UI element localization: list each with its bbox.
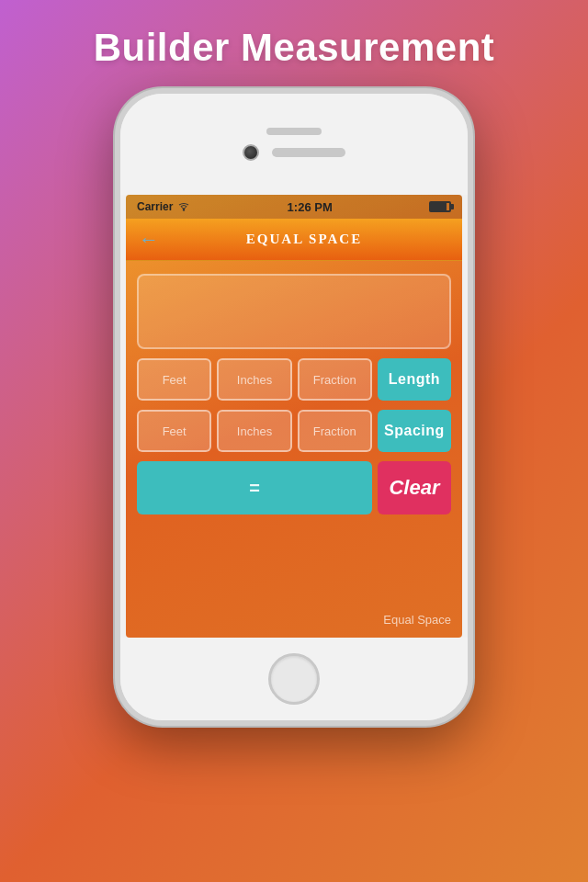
back-button[interactable]: ← bbox=[139, 228, 159, 252]
phone-shell: Carrier 1:26 PM ← EQUAL SPACE bbox=[115, 88, 473, 726]
action-row: = Clear bbox=[137, 461, 451, 514]
status-bar: Carrier 1:26 PM bbox=[126, 195, 462, 219]
bottom-bezel bbox=[120, 638, 468, 720]
content-area: Feet Inches Fraction Length Feet Inche bbox=[126, 261, 462, 527]
length-button[interactable]: Length bbox=[378, 358, 451, 401]
spacing-inches-input[interactable]: Inches bbox=[217, 410, 291, 452]
nav-bar: ← EQUAL SPACE bbox=[126, 219, 462, 261]
spacing-fraction-input[interactable]: Fraction bbox=[298, 410, 372, 452]
equal-space-footer-label: Equal Space bbox=[383, 613, 451, 627]
length-feet-input[interactable]: Feet bbox=[137, 358, 211, 401]
spacing-row: Feet Inches Fraction Spacing bbox=[137, 410, 451, 452]
page-title-text: Builder Measurement bbox=[94, 26, 495, 70]
front-camera bbox=[243, 144, 259, 161]
top-speaker bbox=[266, 128, 322, 135]
earpiece bbox=[272, 148, 345, 157]
side-button-vol-up bbox=[115, 270, 117, 316]
screen-bottom-area: Equal Space bbox=[126, 527, 462, 638]
spacing-button[interactable]: Spacing bbox=[378, 410, 451, 452]
side-button-vol-down bbox=[115, 327, 117, 373]
spacing-feet-input[interactable]: Feet bbox=[137, 410, 211, 452]
battery-fill bbox=[431, 203, 447, 210]
length-fraction-input[interactable]: Fraction bbox=[298, 358, 372, 401]
status-time: 1:26 PM bbox=[288, 200, 333, 214]
carrier-text: Carrier bbox=[137, 200, 173, 213]
top-bezel bbox=[120, 94, 468, 195]
wifi-icon bbox=[177, 202, 190, 211]
battery-icon bbox=[429, 201, 451, 212]
clear-button[interactable]: Clear bbox=[378, 461, 451, 514]
length-inches-input[interactable]: Inches bbox=[217, 358, 291, 401]
length-row: Feet Inches Fraction Length bbox=[137, 358, 451, 401]
home-button[interactable] bbox=[268, 653, 320, 705]
side-button-mute bbox=[115, 232, 117, 259]
side-button-power bbox=[471, 268, 473, 333]
nav-title: EQUAL SPACE bbox=[159, 232, 449, 247]
status-carrier: Carrier bbox=[137, 200, 190, 213]
svg-point-0 bbox=[183, 209, 185, 210]
equals-button[interactable]: = bbox=[137, 461, 372, 514]
camera-row bbox=[243, 144, 345, 161]
phone-screen: Carrier 1:26 PM ← EQUAL SPACE bbox=[126, 195, 462, 638]
display-box[interactable] bbox=[137, 274, 451, 349]
